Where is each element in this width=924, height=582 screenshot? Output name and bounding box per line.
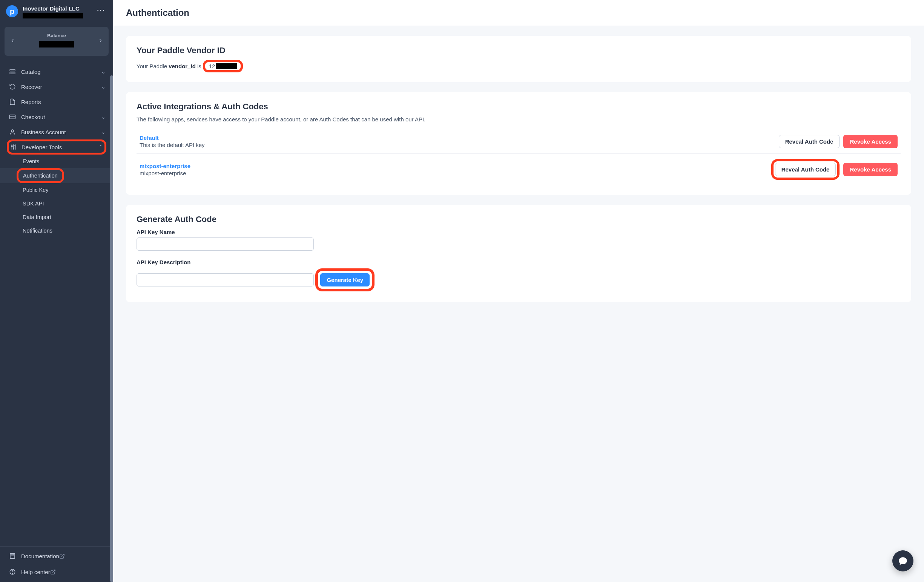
chevron-down-icon: ⌄: [101, 129, 106, 135]
svg-point-6: [11, 146, 12, 146]
generate-auth-code-card: Generate Auth Code API Key Name API Key …: [126, 205, 911, 302]
svg-rect-2: [10, 115, 15, 119]
chevron-down-icon: ⌄: [101, 114, 106, 120]
svg-rect-12: [11, 554, 14, 555]
svg-line-16: [53, 570, 55, 572]
annotation-authentication: Authentication: [16, 168, 64, 183]
integration-row-mixpost: mixpost-enterprise mixpost-enterprise Re…: [137, 154, 901, 185]
integrations-heading: Active Integrations & Auth Codes: [137, 102, 901, 112]
generate-heading: Generate Auth Code: [137, 214, 901, 224]
topbar: Authentication: [113, 0, 924, 26]
vendor-id-heading: Your Paddle Vendor ID: [137, 46, 901, 56]
checkout-icon: [9, 113, 16, 120]
nav-item-recover[interactable]: Recover ⌄: [0, 79, 113, 94]
org-more-icon[interactable]: ⋯: [95, 5, 107, 15]
subnav-item-public-key[interactable]: Public Key: [0, 183, 113, 197]
integrations-card: Active Integrations & Auth Codes The fol…: [126, 92, 911, 195]
org-name: Inovector Digital LLC: [23, 5, 95, 12]
developer-tools-subnav: Events Authentication Public Key SDK API…: [0, 155, 113, 237]
reveal-auth-code-button[interactable]: Reveal Auth Code: [779, 135, 840, 148]
org-block[interactable]: Inovector Digital LLC: [23, 5, 95, 18]
revoke-access-button[interactable]: Revoke Access: [843, 135, 898, 148]
sidebar-scrollbar[interactable]: [110, 76, 113, 582]
footer-item-documentation[interactable]: Documentation: [0, 548, 113, 564]
svg-rect-1: [10, 72, 15, 74]
nav-list: Catalog ⌄ Recover ⌄ Reports Checkout ⌄: [0, 64, 113, 154]
nav-item-reports[interactable]: Reports: [0, 94, 113, 109]
sidebar-header: p Inovector Digital LLC ⋯: [0, 0, 113, 21]
catalog-icon: [9, 68, 16, 75]
balance-next-icon[interactable]: ›: [98, 34, 103, 46]
reveal-auth-code-button[interactable]: Reveal Auth Code: [775, 163, 836, 176]
chevron-up-icon: ⌃: [99, 144, 103, 150]
svg-point-8: [13, 147, 14, 148]
integration-desc: This is the default API key: [140, 142, 205, 148]
svg-point-10: [15, 145, 16, 146]
reports-icon: [9, 99, 16, 105]
svg-line-13: [61, 554, 64, 556]
nav-item-catalog[interactable]: Catalog ⌄: [0, 64, 113, 79]
org-subline-redacted: [23, 13, 83, 18]
integration-desc: mixpost-enterprise: [140, 170, 190, 176]
help-icon: [9, 569, 16, 575]
integration-name[interactable]: mixpost-enterprise: [140, 163, 190, 169]
page-title: Authentication: [126, 8, 911, 18]
content: Your Paddle Vendor ID Your Paddle vendor…: [113, 26, 924, 322]
subnav-item-notifications[interactable]: Notifications: [0, 224, 113, 237]
paddle-logo-icon: p: [6, 5, 18, 17]
integration-row-default: Default This is the default API key Reve…: [137, 129, 901, 154]
svg-rect-0: [10, 69, 15, 71]
api-key-desc-input[interactable]: [137, 273, 314, 286]
subnav-item-sdk-api[interactable]: SDK API: [0, 197, 113, 210]
external-link-icon: [50, 569, 56, 575]
generate-key-button[interactable]: Generate Key: [320, 273, 370, 286]
vendor-id-prefix: 12: [209, 63, 215, 69]
api-key-desc-label: API Key Description: [137, 259, 901, 265]
vendor-id-redacted: [216, 63, 237, 69]
api-key-name-label: API Key Name: [137, 229, 901, 235]
vendor-id-line: Your Paddle vendor_id is 12: [137, 60, 901, 72]
subnav-item-events[interactable]: Events: [0, 155, 113, 168]
annotation-vendor-id: 12: [203, 60, 243, 72]
sidebar: p Inovector Digital LLC ⋯ ‹ Balance › Ca…: [0, 0, 113, 582]
nav-item-checkout[interactable]: Checkout ⌄: [0, 109, 113, 124]
annotation-reveal-auth-code: Reveal Auth Code: [771, 159, 840, 180]
balance-label: Balance: [15, 33, 98, 38]
subnav-item-authentication[interactable]: Authentication: [0, 168, 113, 183]
chat-icon: [898, 556, 908, 566]
balance-amount-redacted: [39, 41, 74, 48]
balance-prev-icon[interactable]: ‹: [10, 34, 15, 46]
footer-item-help-center[interactable]: Help center: [0, 564, 113, 580]
external-link-icon: [59, 553, 65, 559]
nav-item-business-account[interactable]: Business Account ⌄: [0, 124, 113, 140]
revoke-access-button[interactable]: Revoke Access: [843, 163, 898, 176]
user-icon: [9, 128, 16, 135]
recover-icon: [9, 83, 16, 90]
integration-name[interactable]: Default: [140, 135, 205, 141]
chevron-down-icon: ⌄: [101, 84, 106, 90]
annotation-generate-key: Generate Key: [315, 268, 375, 291]
api-key-name-input[interactable]: [137, 237, 314, 251]
svg-point-4: [11, 130, 13, 132]
main: Authentication Your Paddle Vendor ID You…: [113, 0, 924, 582]
nav-item-developer-tools[interactable]: Developer Tools ⌃: [0, 140, 113, 155]
sliders-icon: [10, 144, 17, 150]
integrations-subtitle: The following apps, services have access…: [137, 116, 901, 123]
balance-card: ‹ Balance ›: [5, 27, 109, 56]
annotation-developer-tools: Developer Tools ⌃: [7, 140, 106, 155]
documentation-icon: [9, 552, 16, 559]
subnav-item-data-import[interactable]: Data Import: [0, 210, 113, 224]
svg-point-15: [12, 573, 12, 573]
sidebar-footer: Documentation Help center: [0, 546, 113, 582]
chevron-down-icon: ⌄: [101, 69, 106, 75]
chat-fab[interactable]: [892, 550, 913, 571]
vendor-id-card: Your Paddle Vendor ID Your Paddle vendor…: [126, 36, 911, 82]
